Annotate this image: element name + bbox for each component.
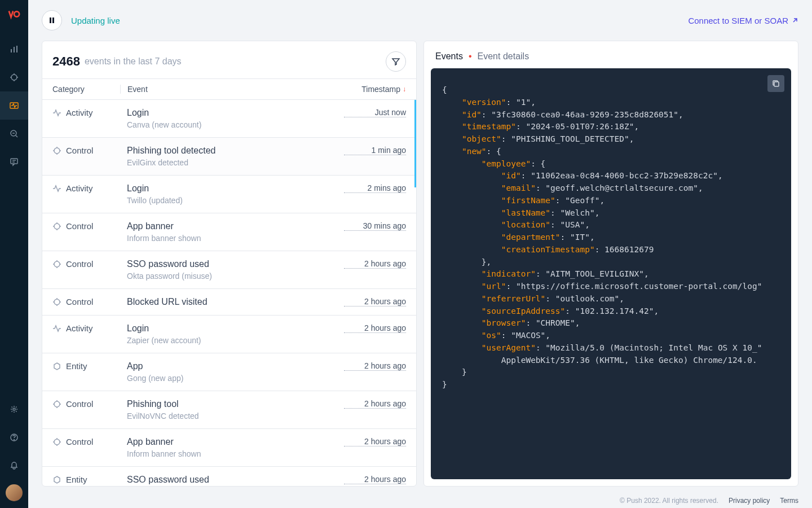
breadcrumb-separator-icon: • bbox=[469, 51, 472, 62]
row-title: Login bbox=[127, 323, 344, 334]
svg-rect-19 bbox=[50, 17, 51, 23]
breadcrumb: Events • Event details bbox=[424, 41, 798, 68]
row-subtitle: Gong (new app) bbox=[127, 374, 344, 383]
table-row[interactable]: ControlApp bannerInform banner shown30 m… bbox=[42, 213, 416, 251]
row-timestamp: 2 hours ago bbox=[344, 437, 406, 446]
siem-link[interactable]: Connect to SIEM or SOAR bbox=[688, 16, 798, 25]
row-timestamp: 1 min ago bbox=[344, 146, 406, 155]
nav-inspect[interactable] bbox=[0, 120, 28, 148]
svg-point-18 bbox=[14, 440, 15, 440]
svg-rect-1 bbox=[11, 49, 12, 52]
copy-button[interactable] bbox=[767, 75, 784, 92]
control-icon bbox=[52, 222, 61, 231]
table-row[interactable]: ControlPhishing toolEvilNoVNC detected2 … bbox=[42, 391, 416, 429]
terms-link[interactable]: Terms bbox=[780, 497, 798, 505]
svg-rect-2 bbox=[14, 47, 15, 52]
table-row[interactable]: ControlApp bannerInform banner shown2 ho… bbox=[42, 429, 416, 467]
table-row[interactable]: ActivityLoginCanva (new account)Just now bbox=[42, 100, 416, 138]
row-subtitle: EvilGinx detected bbox=[127, 158, 344, 167]
table-row[interactable]: ActivityLoginZapier (new account)2 hours… bbox=[42, 316, 416, 353]
activity-icon bbox=[52, 184, 61, 193]
sidebar bbox=[0, 0, 28, 508]
row-title: Blocked URL visited bbox=[127, 297, 344, 307]
arrow-up-right-icon bbox=[792, 17, 798, 24]
svg-point-26 bbox=[54, 224, 60, 229]
svg-point-36 bbox=[54, 299, 60, 305]
svg-rect-53 bbox=[774, 82, 779, 86]
row-timestamp: 2 hours ago bbox=[344, 361, 406, 371]
entity-icon bbox=[52, 475, 61, 484]
table-row[interactable]: ActivityLoginTwillo (updated)2 mins ago bbox=[42, 176, 416, 213]
row-subtitle: Zapier (new account) bbox=[127, 336, 344, 345]
nav-chat[interactable] bbox=[0, 148, 28, 176]
nav-target[interactable] bbox=[0, 63, 28, 91]
svg-point-0 bbox=[14, 11, 19, 16]
filter-icon bbox=[391, 57, 400, 66]
row-title: Login bbox=[127, 183, 344, 194]
copy-icon bbox=[772, 80, 780, 87]
nav-settings[interactable] bbox=[0, 395, 28, 423]
row-category: Control bbox=[66, 399, 93, 409]
nav-notifications[interactable] bbox=[0, 452, 28, 480]
row-title: Phishing tool detected bbox=[127, 146, 344, 156]
row-timestamp: 2 mins ago bbox=[344, 183, 406, 193]
json-viewer: { "version": "1", "id": "3fc30860-cea0-4… bbox=[431, 68, 791, 479]
row-title: App banner bbox=[127, 221, 344, 231]
avatar[interactable] bbox=[6, 484, 23, 501]
table-row[interactable]: ControlSSO password usedOkta password (m… bbox=[42, 251, 416, 289]
table-row[interactable]: EntitySSO password usedGoggle OIDC2 hour… bbox=[42, 467, 416, 486]
row-category: Control bbox=[66, 259, 93, 269]
activity-icon bbox=[52, 108, 61, 117]
svg-rect-13 bbox=[11, 159, 17, 164]
row-category: Entity bbox=[66, 475, 87, 484]
event-detail-panel: Events • Event details { "version": "1",… bbox=[423, 41, 798, 487]
events-count-desc: events in the last 7 days bbox=[85, 56, 182, 67]
row-subtitle: Inform banner shown bbox=[127, 234, 344, 243]
row-timestamp: 2 hours ago bbox=[344, 475, 406, 484]
row-timestamp: Just now bbox=[344, 108, 406, 117]
nav-events[interactable] bbox=[0, 91, 28, 120]
pause-button[interactable] bbox=[42, 10, 62, 30]
svg-rect-3 bbox=[16, 46, 17, 52]
row-title: Login bbox=[127, 108, 344, 118]
row-category: Activity bbox=[66, 323, 93, 333]
row-title: SSO password used bbox=[127, 475, 344, 485]
svg-point-16 bbox=[13, 408, 15, 410]
control-icon bbox=[52, 437, 61, 446]
row-title: App bbox=[127, 361, 344, 371]
events-rows: ActivityLoginCanva (new account)Just now… bbox=[42, 100, 416, 486]
nav-analytics[interactable] bbox=[0, 35, 28, 63]
column-category[interactable]: Category bbox=[52, 85, 120, 94]
table-row[interactable]: EntityAppGong (new app)2 hours ago bbox=[42, 353, 416, 391]
row-timestamp: 2 hours ago bbox=[344, 399, 406, 409]
svg-point-42 bbox=[54, 401, 60, 407]
siem-link-label: Connect to SIEM or SOAR bbox=[688, 16, 788, 25]
svg-point-21 bbox=[54, 148, 60, 154]
column-timestamp[interactable]: Timestamp ↓ bbox=[344, 85, 406, 94]
row-timestamp: 2 hours ago bbox=[344, 297, 406, 306]
row-category: Control bbox=[66, 297, 93, 306]
breadcrumb-events[interactable]: Events bbox=[435, 51, 463, 62]
row-subtitle: EvilNoVNC detected bbox=[127, 411, 344, 421]
row-subtitle: Canva (new account) bbox=[127, 120, 344, 129]
footer: © Push 2022. All rights reserved. Privac… bbox=[28, 493, 812, 508]
table-row[interactable]: ControlBlocked URL visited2 hours ago bbox=[42, 289, 416, 316]
svg-point-47 bbox=[54, 439, 60, 445]
row-category: Control bbox=[66, 437, 93, 446]
logo bbox=[8, 8, 20, 20]
column-event[interactable]: Event bbox=[120, 85, 344, 94]
entity-icon bbox=[52, 362, 61, 371]
topbar: Updating live Connect to SIEM or SOAR bbox=[28, 0, 812, 41]
svg-point-4 bbox=[11, 75, 17, 80]
filter-button[interactable] bbox=[386, 51, 406, 72]
table-row[interactable]: ControlPhishing tool detectedEvilGinx de… bbox=[42, 138, 416, 176]
copyright: © Push 2022. All rights reserved. bbox=[620, 497, 718, 505]
column-timestamp-label: Timestamp bbox=[361, 85, 400, 94]
events-list-panel: 2468 events in the last 7 days Category … bbox=[42, 41, 417, 487]
nav-help[interactable] bbox=[0, 423, 28, 452]
row-category: Control bbox=[66, 221, 93, 231]
privacy-link[interactable]: Privacy policy bbox=[729, 497, 770, 505]
row-category: Entity bbox=[66, 361, 87, 371]
row-category: Control bbox=[66, 146, 93, 155]
json-content: { "version": "1", "id": "3fc30860-cea0-4… bbox=[442, 84, 780, 391]
